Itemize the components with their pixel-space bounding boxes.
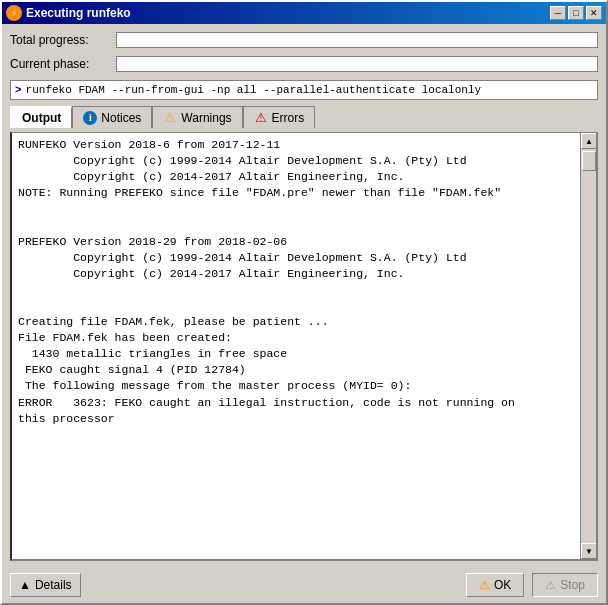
tab-warnings[interactable]: ⚠ Warnings bbox=[152, 106, 242, 128]
details-chevron-icon: ▲ bbox=[19, 578, 31, 592]
details-label: Details bbox=[35, 578, 72, 592]
tabs-container: Output i Notices ⚠ Warnings ⚠ Errors bbox=[10, 106, 598, 128]
tab-errors[interactable]: ⚠ Errors bbox=[243, 106, 316, 128]
current-phase-label: Current phase: bbox=[10, 57, 110, 71]
title-bar: ⚡ Executing runfeko ─ □ ✕ bbox=[2, 2, 606, 24]
window-icon: ⚡ bbox=[6, 5, 22, 21]
stop-warn-icon: ⚠ bbox=[545, 578, 556, 592]
scrollbar: ▲ ▼ bbox=[580, 133, 596, 559]
scrollbar-up-button[interactable]: ▲ bbox=[581, 133, 597, 149]
total-progress-label: Total progress: bbox=[10, 33, 110, 47]
total-progress-row: Total progress: bbox=[10, 30, 598, 50]
command-text: runfeko FDAM --run-from-gui -np all --pa… bbox=[26, 84, 481, 96]
current-phase-row: Current phase: bbox=[10, 54, 598, 74]
ok-button[interactable]: ⚠ OK bbox=[466, 573, 524, 597]
ok-label: OK bbox=[494, 578, 511, 592]
output-area-wrapper: RUNFEKO Version 2018-6 from 2017-12-11 C… bbox=[10, 132, 598, 561]
tab-output[interactable]: Output bbox=[10, 106, 72, 128]
output-text[interactable]: RUNFEKO Version 2018-6 from 2017-12-11 C… bbox=[12, 133, 580, 559]
stop-label: Stop bbox=[560, 578, 585, 592]
minimize-button[interactable]: ─ bbox=[550, 6, 566, 20]
tab-notices[interactable]: i Notices bbox=[72, 106, 152, 128]
warning-icon: ⚠ bbox=[163, 111, 177, 125]
scrollbar-track[interactable] bbox=[581, 149, 596, 543]
scrollbar-down-button[interactable]: ▼ bbox=[581, 543, 597, 559]
footer-right: ⚠ OK ⚠ Stop bbox=[466, 573, 598, 597]
command-bar: > runfeko FDAM --run-from-gui -np all --… bbox=[10, 80, 598, 100]
error-icon: ⚠ bbox=[254, 111, 268, 125]
total-progress-bar bbox=[116, 32, 598, 48]
tab-notices-label: Notices bbox=[101, 111, 141, 125]
tab-output-label: Output bbox=[22, 111, 61, 125]
content-area: Total progress: Current phase: > runfeko… bbox=[2, 24, 606, 567]
scrollbar-thumb bbox=[582, 151, 596, 171]
command-prompt: > bbox=[15, 84, 22, 96]
ok-warn-icon: ⚠ bbox=[479, 578, 490, 592]
close-button[interactable]: ✕ bbox=[586, 6, 602, 20]
current-phase-bar bbox=[116, 56, 598, 72]
tab-errors-label: Errors bbox=[272, 111, 305, 125]
title-bar-left: ⚡ Executing runfeko bbox=[6, 5, 131, 21]
main-window: ⚡ Executing runfeko ─ □ ✕ Total progress… bbox=[0, 0, 608, 605]
maximize-button[interactable]: □ bbox=[568, 6, 584, 20]
footer: ▲ Details ⚠ OK ⚠ Stop bbox=[2, 567, 606, 603]
info-icon: i bbox=[83, 111, 97, 125]
tab-warnings-label: Warnings bbox=[181, 111, 231, 125]
stop-button[interactable]: ⚠ Stop bbox=[532, 573, 598, 597]
details-button[interactable]: ▲ Details bbox=[10, 573, 81, 597]
title-buttons: ─ □ ✕ bbox=[550, 6, 602, 20]
window-title: Executing runfeko bbox=[26, 6, 131, 20]
